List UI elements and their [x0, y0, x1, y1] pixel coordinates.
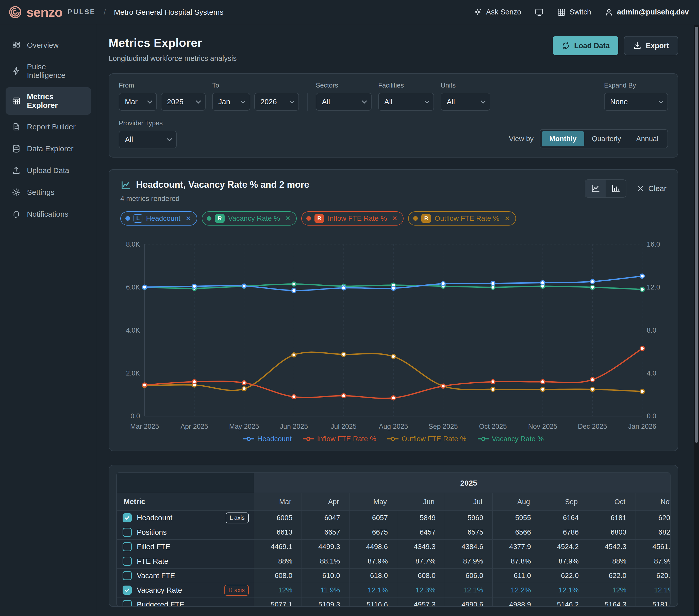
metric-chips: L Headcount ✕ R Vacancy Rate % ✕ R Inflo…: [120, 211, 667, 226]
month-column-header: Mar: [254, 493, 302, 511]
svg-text:Oct 2025: Oct 2025: [479, 423, 507, 430]
table-group-header-row: 2025: [117, 473, 671, 493]
table-icon: [12, 96, 21, 106]
user-menu[interactable]: admin@pulsehq.dev: [604, 8, 689, 17]
sidebar-item-overview[interactable]: Overview: [5, 36, 91, 55]
facilities-select[interactable]: All: [378, 93, 434, 111]
svg-text:6.0K: 6.0K: [126, 283, 140, 291]
legend-item-inflow-fte-rate[interactable]: Inflow FTE Rate %: [303, 435, 376, 443]
remove-chip-icon[interactable]: ✕: [504, 215, 510, 223]
sectors-select[interactable]: All: [316, 93, 372, 111]
from-month-select[interactable]: Mar: [119, 93, 157, 111]
display-button[interactable]: [535, 8, 544, 17]
legend-item-vacancy-rate[interactable]: Vacancy Rate %: [478, 435, 544, 443]
row-checkbox[interactable]: [122, 557, 132, 566]
sectors-label: Sectors: [316, 81, 372, 89]
sidebar-item-label: Metrics Explorer: [27, 92, 85, 110]
metric-name: Headcount: [137, 514, 172, 522]
ask-senzo-button[interactable]: Ask Senzo: [473, 8, 521, 17]
chart-type-toggle: [585, 179, 627, 198]
logo-wordmark[interactable]: senzo: [26, 4, 63, 20]
svg-text:Jul 2025: Jul 2025: [331, 423, 357, 430]
export-button[interactable]: Export: [624, 36, 678, 55]
row-checkbox[interactable]: [122, 586, 132, 595]
svg-text:May 2025: May 2025: [229, 423, 259, 430]
expand-by-select[interactable]: None: [604, 93, 668, 111]
month-column-header: Jul: [445, 493, 493, 511]
legend-label: Headcount: [258, 435, 292, 443]
metric-value-cell: 88%: [588, 554, 636, 568]
metric-value-cell: 5969: [445, 511, 493, 525]
metric-value-cell: 4499.3: [302, 540, 350, 554]
legend-item-headcount[interactable]: Headcount: [243, 435, 292, 443]
clear-button[interactable]: Clear: [636, 184, 667, 193]
metric-row-label-cell: Headcount L axis: [117, 511, 254, 525]
metric-value-cell: 6181: [588, 511, 636, 525]
sidebar-item-upload-data[interactable]: Upload Data: [5, 161, 91, 180]
monitor-icon: [535, 8, 544, 17]
sidebar-item-metrics-explorer[interactable]: Metrics Explorer: [5, 87, 91, 115]
page-scrollbar[interactable]: [694, 25, 699, 616]
sidebar-item-notifications[interactable]: Notifications: [5, 204, 91, 224]
view-by-monthly[interactable]: Monthly: [542, 131, 584, 146]
metric-value-cell: 12%: [254, 583, 302, 598]
user-icon: [604, 8, 614, 17]
svg-text:4.0K: 4.0K: [126, 326, 140, 334]
metric-value-cell: 6613: [254, 525, 302, 540]
remove-chip-icon[interactable]: ✕: [186, 215, 191, 223]
metric-value-cell: 6057: [350, 511, 397, 525]
view-by-annual[interactable]: Annual: [629, 131, 666, 146]
to-year-select[interactable]: 2026: [254, 93, 299, 111]
metric-chip-vacancy-rate[interactable]: R Vacancy Rate % ✕: [202, 211, 297, 226]
remove-chip-icon[interactable]: ✕: [285, 215, 291, 223]
load-data-button[interactable]: Load Data: [553, 36, 618, 55]
remove-chip-icon[interactable]: ✕: [392, 215, 398, 223]
row-checkbox[interactable]: [122, 542, 132, 551]
chevron-down-icon: [424, 98, 430, 104]
metric-row-label-cell: Vacant FTE: [117, 568, 254, 583]
metric-name: Positions: [137, 528, 167, 537]
month-column-header: Nov: [636, 493, 671, 511]
legend-item-outflow-fte-rate[interactable]: Outflow FTE Rate %: [387, 435, 466, 443]
metric-value-cell: 5955: [493, 511, 540, 525]
svg-text:Aug 2025: Aug 2025: [379, 423, 408, 430]
metric-chip-inflow-fte-rate[interactable]: R Inflow FTE Rate % ✕: [301, 211, 404, 226]
metric-value-cell: 12.2%: [493, 583, 540, 598]
sidebar-item-report-builder[interactable]: Report Builder: [5, 117, 91, 136]
metric-name: FTE Rate: [137, 557, 168, 565]
metric-value-cell: 12.1%: [540, 583, 588, 598]
switch-label: Switch: [569, 8, 591, 16]
clear-label: Clear: [648, 184, 667, 193]
gear-icon: [12, 188, 21, 197]
metric-value-cell: 606.0: [445, 568, 493, 583]
axis-badge: R: [215, 214, 225, 223]
provider-types-select[interactable]: All: [119, 131, 177, 148]
to-month-select[interactable]: Jan: [212, 93, 250, 111]
row-checkbox[interactable]: [122, 600, 132, 606]
metric-value-cell: 88%: [254, 554, 302, 568]
scrollbar-thumb[interactable]: [695, 27, 698, 443]
bar-chart-type-button[interactable]: [606, 180, 626, 197]
row-checkbox[interactable]: [122, 528, 132, 537]
metric-chip-outflow-fte-rate[interactable]: R Outflow FTE Rate % ✕: [408, 211, 516, 226]
chevron-down-icon: [289, 98, 294, 104]
row-checkbox[interactable]: [122, 513, 132, 522]
metric-value-cell: 12.3%: [397, 583, 445, 598]
svg-text:8.0K: 8.0K: [126, 241, 140, 248]
sidebar-item-label: Data Explorer: [27, 144, 73, 153]
row-checkbox[interactable]: [122, 571, 132, 580]
units-select[interactable]: All: [440, 93, 490, 111]
user-email: admin@pulsehq.dev: [617, 8, 689, 16]
sidebar-item-pulse-intelligence[interactable]: Pulse Intelligence: [5, 57, 91, 85]
main-content: Metrics Explorer Longitudinal workforce …: [97, 24, 699, 616]
from-year-select[interactable]: 2025: [161, 93, 206, 111]
switch-button[interactable]: Switch: [557, 8, 591, 17]
metric-value-cell: 6657: [302, 525, 350, 540]
view-by-quarterly[interactable]: Quarterly: [584, 131, 629, 146]
metric-value-cell: 6821: [636, 525, 671, 540]
metric-chip-headcount[interactable]: L Headcount ✕: [120, 211, 197, 226]
line-chart-type-button[interactable]: [585, 180, 606, 197]
metric-value-cell: 6675: [350, 525, 397, 540]
sidebar-item-data-explorer[interactable]: Data Explorer: [5, 139, 91, 158]
sidebar-item-settings[interactable]: Settings: [5, 183, 91, 202]
